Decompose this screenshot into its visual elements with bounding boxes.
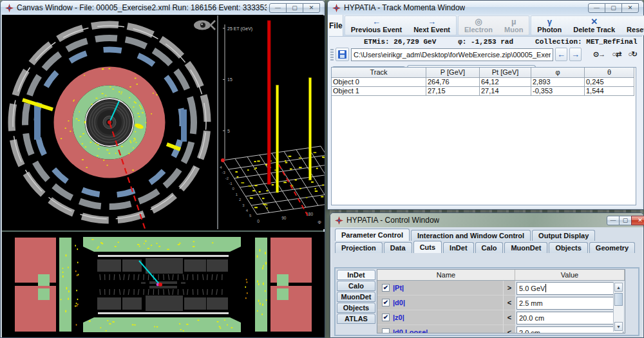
tab-interaction-and-window-control[interactable]: Interaction and Window Control (411, 230, 531, 241)
scrollbar-thumb[interactable] (614, 293, 623, 306)
file-menu[interactable]: File (329, 15, 343, 36)
close-icon[interactable]: ✕ (631, 216, 644, 225)
cut-value-cell: 2.0 cm (515, 325, 625, 333)
control-main-tabs: Parameter ControlInteraction and Window … (332, 227, 642, 241)
minimize-icon[interactable]: — (607, 216, 620, 225)
cut-value-input[interactable]: 20.0 cm (516, 312, 623, 324)
hypatia-app-icon (332, 4, 341, 12)
tab-calo[interactable]: Calo (475, 242, 504, 253)
cut-row-pt: ✔|Pt|>5.0 GeV (377, 281, 625, 296)
save-file-button[interactable] (336, 48, 349, 61)
detector-side-view[interactable] (2, 230, 323, 336)
tab-parameter-control[interactable]: Parameter Control (335, 229, 410, 241)
tab-output-display[interactable]: Output Display (532, 230, 595, 241)
detector-end-view[interactable] (2, 15, 218, 229)
cell: 0,245 (585, 78, 634, 87)
file-path-input[interactable] (351, 48, 553, 61)
maximize-icon[interactable]: ▢ (605, 3, 622, 13)
et-tick: 5 (227, 129, 230, 133)
table-row[interactable]: Object 0264,7664,122,8930,245 (332, 78, 636, 87)
close-icon[interactable]: ✕ (621, 3, 639, 13)
side-tab-indet[interactable]: InDet (337, 270, 375, 280)
previous-file-button[interactable]: ← (555, 48, 567, 61)
toolbar-button-previous-event[interactable]: ←Previous Event (345, 16, 408, 35)
toolbar-button-label: Muon (504, 26, 523, 33)
tab-muondet[interactable]: MuonDet (504, 242, 547, 253)
minimize-icon[interactable]: — (588, 3, 605, 13)
ecal-endcap-left (59, 238, 71, 332)
column-header-track[interactable]: Track (332, 68, 426, 78)
toolbar-group: ←Previous Event→Next Event (345, 15, 457, 35)
checkbox-checked-icon[interactable]: ✔ (382, 314, 390, 321)
canvas-window-title: Canvas Window - File: 00005_Exercise2.xm… (17, 3, 267, 12)
toolbar-grip[interactable] (330, 49, 334, 61)
scroll-down-icon[interactable]: ▼ (614, 322, 623, 331)
et-axis-label: 25 ET (GeV) (227, 26, 252, 32)
momenta-window-titlebar[interactable]: HYPATIA - Track Momenta Window — ▢ ✕ (328, 1, 643, 15)
control-sub-tabs: ProjectionDataCutsInDetCaloMuonDetObject… (332, 241, 642, 253)
et-tick: 15 (227, 77, 232, 82)
column-header-[interactable]: θ (585, 68, 634, 78)
cut-value-cell: 2.5 mm (515, 296, 625, 310)
arrow-left-icon: ← (557, 50, 565, 59)
cut-label: |Pt| (393, 284, 404, 292)
ecal-barrel-top (83, 237, 241, 252)
tab-projection[interactable]: Projection (335, 242, 383, 253)
loop-arrows-icon[interactable]: ○⇄ (609, 50, 623, 59)
close-icon[interactable]: ✕ (303, 3, 320, 13)
maximize-icon[interactable]: ▢ (286, 3, 303, 13)
column-header-[interactable]: φ (531, 68, 585, 78)
next-file-button[interactable]: → (569, 48, 582, 61)
hcal-endcap (15, 286, 56, 332)
toolbar-button-delete-track[interactable]: ✕Delete Track (567, 16, 621, 35)
cut-value-input[interactable]: 2.5 mm (516, 297, 623, 310)
event-display-canvas[interactable]: 25 ET (GeV)155090180270360Φ-5-4-3-2-1012… (2, 15, 323, 336)
toolbar-button-next-event[interactable]: →Next Event (408, 16, 456, 35)
toolbar-group: γPhoton✕Delete Track↔Reset Canvas (531, 15, 644, 35)
tab-geometry[interactable]: Geometry (589, 242, 635, 253)
tab-cuts[interactable]: Cuts (413, 241, 442, 253)
cut-operator: < (504, 296, 515, 310)
toolbar-button-reset-canvas[interactable]: ↔Reset Canvas (621, 16, 644, 35)
column-header-name: Name (377, 270, 515, 280)
side-tab-objects[interactable]: Objects (337, 303, 375, 313)
collection-readout: Collection: MET_RefFinal (535, 38, 637, 46)
phi-tick: 0 (257, 219, 260, 223)
side-tab-muondet[interactable]: MuonDet (337, 292, 375, 302)
cut-value-input[interactable]: 2.0 cm (516, 326, 623, 334)
scroll-up-icon[interactable]: ▲ (614, 283, 623, 292)
tab-objects[interactable]: Objects (549, 242, 587, 253)
checkbox-checked-icon[interactable]: ✔ (382, 299, 390, 306)
column-header-p-gev[interactable]: P [GeV] (426, 68, 480, 78)
vertex-dot (108, 120, 111, 124)
cut-row-d0-loose: |d0 Loose|<2.0 cm (377, 325, 625, 333)
cut-value-input[interactable]: 5.0 GeV (516, 282, 623, 295)
table-row[interactable]: Object 127,1527,14-0,3531,544 (332, 87, 636, 96)
cell: 2,893 (531, 78, 585, 87)
physics-objects-table: TrackP [GeV]Pt [GeV]φθObject 0264,7664,1… (331, 67, 636, 205)
cuts-scrollbar[interactable]: ▲ ▼ (613, 282, 623, 332)
minimize-icon[interactable]: — (269, 3, 287, 13)
maximize-icon[interactable]: ▢ (619, 216, 632, 225)
column-header-pt-gev[interactable]: Pt [GeV] (480, 68, 531, 78)
arrow-right-icon: → (428, 17, 436, 26)
refresh-circle-icon[interactable]: ○↻ (625, 50, 639, 59)
control-window-titlebar[interactable]: HYPATIA - Control Window — ▢ ✕ (330, 213, 643, 227)
side-tab-calo[interactable]: Calo (337, 281, 375, 291)
cut-operator: > (504, 281, 515, 296)
lego-plot[interactable]: 25 ET (GeV)155090180270360Φ-5-4-3-2-1012… (220, 15, 323, 229)
tab-data[interactable]: Data (384, 242, 412, 253)
checkbox-checked-icon[interactable]: ✔ (382, 284, 390, 292)
tab-indet[interactable]: InDet (443, 242, 474, 253)
checkbox-unchecked-icon[interactable] (382, 328, 390, 333)
grid-origin-dot (221, 158, 225, 162)
vertex-dot (158, 283, 162, 286)
hypatia-app-icon (5, 4, 14, 12)
vertex-arrow-icon[interactable]: ⊙→ (591, 50, 607, 59)
cell: 1,544 (585, 87, 634, 96)
canvas-window-titlebar[interactable]: Canvas Window - File: 00005_Exercise2.xm… (1, 1, 325, 15)
side-tab-atlas[interactable]: ATLAS (337, 314, 375, 324)
canvas-window: Canvas Window - File: 00005_Exercise2.xm… (0, 0, 325, 338)
toolbar-button-photon[interactable]: γPhoton (531, 16, 567, 35)
cut-row-d0: ✔|d0|<2.5 mm (377, 296, 625, 310)
